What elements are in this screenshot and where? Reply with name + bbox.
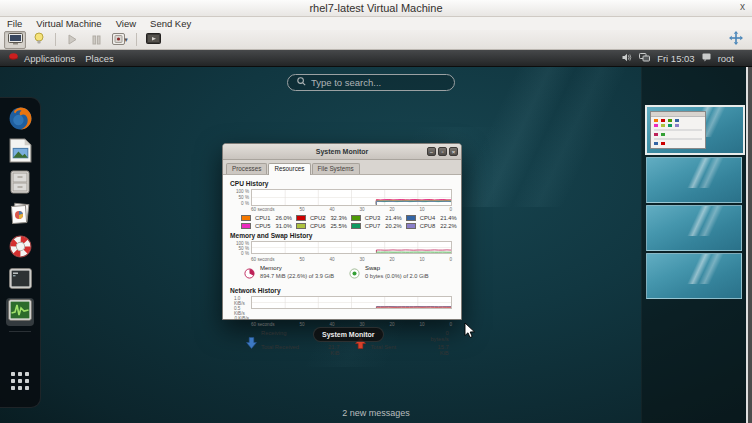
dash-item-help[interactable] — [6, 234, 34, 262]
memory-x-axis: 60 seconds50403020100 — [251, 257, 452, 262]
window-controls: – ▫ × — [427, 147, 458, 156]
tab-resources[interactable]: Resources — [268, 163, 310, 175]
system-monitor-icon — [8, 299, 32, 325]
fullscreen-button[interactable] — [142, 31, 164, 49]
mouse-cursor — [464, 322, 476, 343]
cpu7-swatch — [351, 223, 361, 229]
menu-virtual-machine[interactable]: Virtual Machine — [29, 18, 108, 29]
user-icon — [702, 53, 711, 64]
memory-pie-icon — [244, 265, 255, 283]
overview-desktop: Type to search... — [0, 67, 752, 423]
cpu6-swatch — [296, 223, 306, 229]
terminal-icon — [9, 268, 32, 293]
legend-cpu4: CPU421.4% — [406, 215, 457, 221]
legend-cpu5: CPU531.0% — [241, 223, 292, 229]
network-y-axis: 1.0 KiB/s0.5 KiB/s0 KiB/s — [234, 296, 251, 321]
file-cabinet-icon — [9, 170, 31, 198]
volume-icon[interactable] — [622, 53, 632, 64]
memory-legend: Memory894.7 MiB (22.6%) of 3.9 GiB Swap0… — [244, 265, 454, 283]
memory-plot — [251, 241, 452, 254]
system-monitor-title: System Monitor — [316, 148, 369, 155]
menu-view[interactable]: View — [109, 18, 143, 29]
memory-history-title: Memory and Swap History — [230, 232, 454, 239]
resize-button[interactable] — [729, 31, 743, 49]
maximize-button[interactable]: ▫ — [438, 147, 447, 156]
user-menu[interactable]: root — [718, 53, 734, 64]
toolbar-separator — [55, 33, 56, 46]
show-applications-button[interactable] — [6, 369, 34, 397]
system-monitor-titlebar[interactable]: System Monitor – ▫ × — [223, 144, 461, 160]
shutdown-dropdown-caret[interactable]: ▾ — [124, 36, 128, 44]
cpu2-swatch — [296, 215, 306, 221]
scrollbar[interactable] — [746, 67, 748, 423]
cpu1-swatch — [241, 215, 251, 221]
shutdown-button[interactable]: ▾ — [109, 31, 131, 49]
dash-item-libreoffice[interactable] — [6, 138, 34, 166]
cpu5-swatch — [241, 223, 251, 229]
details-button[interactable] — [28, 31, 50, 49]
workspace-window-preview — [650, 111, 706, 149]
cpu-x-axis: 60 seconds50403020100 — [251, 207, 452, 212]
memory-y-axis: 100 %50 %0 % — [234, 241, 251, 256]
screen: rhel7-latest Virtual Machine x File Virt… — [0, 0, 752, 423]
legend-cpu6: CPU625.5% — [296, 223, 347, 229]
search-input[interactable]: Type to search... — [287, 74, 455, 91]
libreoffice-document-icon — [9, 138, 32, 167]
tab-processes[interactable]: Processes — [226, 163, 267, 174]
console-button[interactable] — [4, 31, 26, 49]
cpu-plot — [251, 189, 452, 206]
console-icon — [8, 31, 23, 49]
cpu-y-axis: 100 %50 %0 % — [234, 189, 251, 206]
workspace-thumbnail-4[interactable] — [646, 253, 742, 299]
dash-item-system-monitor[interactable] — [6, 298, 34, 326]
menu-send-key[interactable]: Send Key — [143, 18, 198, 29]
dash-item-firefox[interactable] — [6, 106, 34, 134]
dash-item-documents[interactable] — [6, 202, 34, 230]
toolbar-separator — [136, 33, 137, 46]
window-caption-label: System Monitor — [322, 331, 375, 338]
pause-icon — [92, 31, 101, 49]
dash-item-terminal[interactable] — [6, 266, 34, 294]
cpu4-swatch — [406, 215, 416, 221]
minimize-button[interactable]: – — [427, 147, 436, 156]
lightbulb-icon — [34, 31, 44, 49]
dash — [0, 97, 41, 408]
network-history-title: Network History — [230, 287, 454, 294]
help-buoy-icon — [8, 234, 33, 263]
places-menu[interactable]: Places — [80, 50, 119, 66]
legend-cpu1: CPU126.0% — [241, 215, 292, 221]
dash-item-files[interactable] — [6, 170, 34, 198]
cpu-history-graph: 100 %50 %0 % 60 seconds50403020100 — [234, 189, 452, 212]
vm-menubar: File Virtual Machine View Send Key — [0, 17, 752, 30]
window-caption: System Monitor — [313, 327, 384, 342]
legend-cpu3: CPU321.4% — [351, 215, 402, 221]
menu-file[interactable]: File — [0, 18, 29, 29]
cpu3-swatch — [351, 215, 361, 221]
applications-menu[interactable]: Applications — [19, 50, 80, 66]
clock[interactable]: Fri 15:03 — [657, 53, 695, 64]
dash-separator — [9, 331, 31, 332]
vm-close-button[interactable]: x — [740, 1, 745, 12]
system-monitor-window[interactable]: System Monitor – ▫ × Processes Resources… — [222, 143, 462, 320]
tab-file-systems[interactable]: File Systems — [312, 163, 360, 174]
pause-button[interactable] — [85, 31, 107, 49]
vm-title: rhel7-latest Virtual Machine — [309, 2, 442, 14]
gnome-top-bar: Applications Places Fri 15:03 root — [0, 50, 752, 67]
displays-icon[interactable] — [639, 53, 650, 64]
workspace-strip — [641, 67, 746, 423]
top-bar-right: Fri 15:03 root — [622, 53, 744, 64]
close-button[interactable]: × — [449, 147, 458, 156]
workspace-thumbnail-1[interactable] — [645, 105, 745, 155]
wallpaper-streak — [675, 158, 735, 188]
message-tray[interactable]: 2 new messages — [0, 408, 752, 418]
run-button[interactable] — [61, 31, 83, 49]
workspace-thumbnail-3[interactable] — [646, 205, 742, 251]
legend-memory: Memory894.7 MiB (22.6%) of 3.9 GiB — [244, 265, 349, 283]
legend-swap: Swap0 bytes (0.0%) of 2.0 GiB — [349, 265, 454, 283]
firefox-icon — [8, 106, 33, 135]
vm-titlebar[interactable]: rhel7-latest Virtual Machine x — [0, 0, 752, 17]
download-arrow-icon — [244, 330, 259, 356]
legend-cpu8: CPU822.2% — [406, 223, 457, 229]
vm-toolbar: ▾ — [0, 30, 752, 50]
workspace-thumbnail-2[interactable] — [646, 157, 742, 203]
